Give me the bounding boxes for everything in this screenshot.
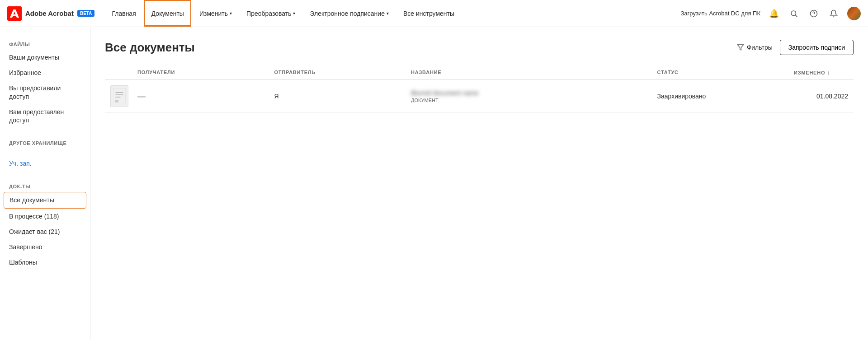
sidebar-item-awaiting[interactable]: Ожидает вас (21) <box>0 224 90 239</box>
svg-rect-0 <box>7 6 22 21</box>
spacer <box>0 128 90 135</box>
header-actions: Фильтры Запросить подписи <box>737 40 854 55</box>
doc-name-blurred: Blurred document name <box>411 89 657 97</box>
request-signatures-button[interactable]: Запросить подписи <box>780 40 854 55</box>
svg-point-1 <box>791 11 796 16</box>
nav-right: Загрузить Acrobat DC для ПК 🔔 <box>680 7 861 20</box>
search-icon[interactable] <box>788 7 800 20</box>
help-icon[interactable] <box>807 7 820 20</box>
sidebar-item-templates[interactable]: Шаблоны <box>0 255 90 270</box>
sort-arrow-icon: ↓ <box>827 70 830 76</box>
sidebar-item-completed[interactable]: Завершено <box>0 239 90 255</box>
cell-modified-date: 01.08.2022 <box>794 93 848 100</box>
chevron-down-icon: ▾ <box>230 11 232 16</box>
svg-rect-7 <box>115 100 118 102</box>
sidebar-item-favorites[interactable]: Избранное <box>0 65 90 80</box>
main-content: Все документы Фильтры Запросить подписи … <box>90 27 868 340</box>
svg-line-2 <box>795 15 797 17</box>
filter-icon <box>737 44 744 51</box>
spacer2 <box>0 149 90 156</box>
col-recipients: ПОЛУЧАТЕЛИ <box>137 70 274 76</box>
nav-item-tools[interactable]: Все инструменты <box>397 0 461 27</box>
top-navigation: Adobe Acrobat Beta Главная Документы Изм… <box>0 0 868 27</box>
col-status: СТАТУС <box>657 70 794 76</box>
nav-menu: Главная Документы Изменить ▾ Преобразова… <box>105 0 461 27</box>
sidebar-item-account[interactable]: Уч. зап. <box>0 156 90 171</box>
sidebar-item-all-docs[interactable]: Все документы <box>4 192 86 208</box>
document-thumbnail <box>110 85 128 107</box>
spacer3 <box>0 171 90 178</box>
nav-item-edit[interactable]: Изменить ▾ <box>193 0 238 27</box>
col-modified[interactable]: ИЗМЕНЕНО ↓ <box>794 70 848 76</box>
sidebar-item-shared-with-you[interactable]: Вам предоставлен доступ <box>0 104 90 128</box>
table-header: ПОЛУЧАТЕЛИ ОТПРАВИТЕЛЬ НАЗВАНИЕ СТАТУС И… <box>105 66 854 80</box>
col-name: НАЗВАНИЕ <box>411 70 657 76</box>
app-name: Adobe Acrobat <box>25 9 74 17</box>
doc-type-label: ДОКУМЕНТ <box>411 98 657 103</box>
notification-bell-icon[interactable]: 🔔 <box>768 7 780 20</box>
alert-icon[interactable] <box>827 7 840 20</box>
docs-section-title: ДОК-ТЫ <box>0 178 90 192</box>
nav-item-home[interactable]: Главная <box>105 0 142 27</box>
adobe-logo-icon <box>7 6 22 21</box>
filter-button[interactable]: Фильтры <box>737 44 773 51</box>
cell-name: Blurred document name ДОКУМЕНТ <box>411 89 657 103</box>
cell-sender: Я <box>274 93 411 100</box>
sidebar-item-in-progress[interactable]: В процессе (118) <box>0 209 90 224</box>
cell-recipients: — <box>137 92 274 101</box>
beta-badge: Beta <box>77 10 94 17</box>
chevron-down-icon: ▾ <box>293 11 295 16</box>
svg-marker-5 <box>737 45 743 50</box>
other-storage-title: ДРУГОЕ ХРАНИЛИЩЕ <box>0 135 90 149</box>
main-header: Все документы Фильтры Запросить подписи <box>105 40 854 55</box>
col-icon <box>110 70 137 76</box>
nav-item-transform[interactable]: Преобразовать ▾ <box>240 0 302 27</box>
sidebar-item-your-docs[interactable]: Ваши документы <box>0 50 90 65</box>
download-acrobat-link[interactable]: Загрузить Acrobat DC для ПК <box>680 10 760 17</box>
logo-area[interactable]: Adobe Acrobat Beta <box>7 6 94 21</box>
app-layout: ФАЙЛЫ Ваши документы Избранное Вы предос… <box>0 27 868 340</box>
user-avatar[interactable] <box>847 7 861 20</box>
chevron-down-icon: ▾ <box>387 11 389 16</box>
nav-item-esign[interactable]: Электронное подписание ▾ <box>303 0 395 27</box>
sidebar-item-shared-by-you[interactable]: Вы предоставили доступ <box>0 80 90 104</box>
files-section-title: ФАЙЛЫ <box>0 36 90 50</box>
sidebar: ФАЙЛЫ Ваши документы Избранное Вы предос… <box>0 27 90 340</box>
document-icon <box>113 88 126 104</box>
table-row[interactable]: — Я Blurred document name ДОКУМЕНТ Заарх… <box>105 80 854 113</box>
cell-status: Заархивировано <box>657 93 794 100</box>
col-sender: ОТПРАВИТЕЛЬ <box>274 70 411 76</box>
doc-icon-cell <box>110 85 137 107</box>
page-title: Все документы <box>105 41 195 55</box>
nav-item-documents[interactable]: Документы <box>144 0 191 27</box>
